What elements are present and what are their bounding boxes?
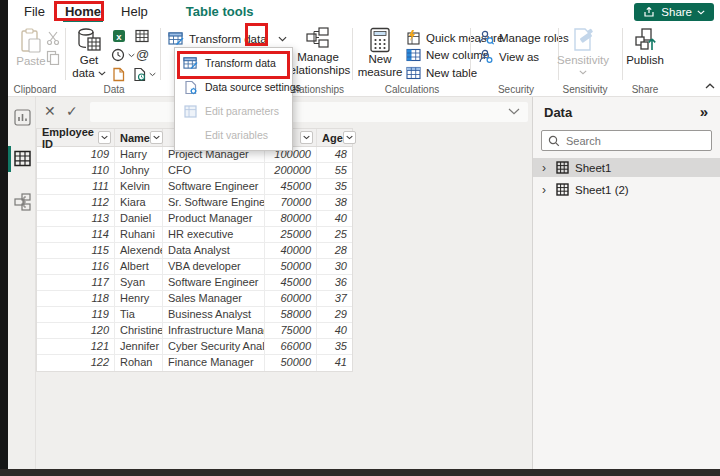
report-view-icon[interactable] — [14, 109, 31, 126]
get-data-button[interactable]: Get data — [70, 27, 108, 80]
table-row[interactable]: 110 Johny CFO 200000 55 — [37, 163, 352, 179]
cell-employee-id: 111 — [37, 179, 115, 194]
window-bottom-edge — [0, 469, 720, 476]
menu-item-transform-data[interactable]: Transform data — [175, 51, 292, 75]
commit-icon[interactable]: ✓ — [66, 103, 78, 119]
paste-label: Paste — [16, 55, 45, 68]
filter-icon[interactable] — [300, 131, 313, 144]
table-row[interactable]: 113 Daniel Product Manager 80000 40 — [37, 211, 352, 227]
table-row[interactable]: 119 Tia Business Analyst 58000 29 — [37, 307, 352, 323]
share-button[interactable]: Share — [634, 3, 714, 21]
view-as-button[interactable]: View as — [478, 49, 539, 64]
cell-name: Harry — [115, 147, 163, 162]
table-row[interactable]: 111 Kelvin Software Engineer 45000 35 — [37, 179, 352, 195]
cell-age: 29 — [317, 307, 352, 322]
model-view-icon[interactable] — [14, 193, 31, 210]
excel-icon[interactable]: x — [112, 29, 126, 43]
table-row[interactable]: 122 Rohan Finance Manager 50000 41 — [37, 355, 352, 371]
tab-home[interactable]: Home — [55, 0, 111, 23]
table-body: 109 Harry Project Manager 100000 48 110 … — [37, 147, 352, 371]
cut-icon — [46, 31, 60, 45]
group-label-data: Data — [103, 84, 124, 95]
manage-relationships-label-2: relationships — [286, 64, 351, 77]
data-panel: Data » › Sheet1 › Sheet1 (2) — [532, 97, 720, 469]
cell-age: 41 — [317, 355, 352, 371]
cell-salary: 40000 — [265, 243, 317, 258]
view-as-label: View as — [499, 51, 539, 63]
cell-designation: Business Analyst — [163, 307, 265, 322]
table-row[interactable]: 121 Jennifer Cyber Security Analyst 6600… — [37, 339, 352, 355]
cell-name: Ruhani — [115, 227, 163, 242]
manage-roles-button[interactable]: Manage roles — [478, 30, 569, 45]
cell-salary: 75000 — [265, 323, 317, 338]
cell-employee-id: 120 — [37, 323, 115, 338]
cell-age: 37 — [317, 291, 352, 306]
onelake-hub-icon[interactable] — [111, 48, 135, 62]
manage-relationships-button[interactable]: Manage relationships — [290, 27, 346, 77]
tree-item-sheet1[interactable]: › Sheet1 — [533, 158, 720, 177]
formula-input[interactable] — [90, 102, 528, 122]
app-tab-bar: File Home Help Table tools Share — [8, 0, 720, 23]
cell-designation: Infrastructure Manager — [163, 323, 265, 338]
filter-icon[interactable] — [343, 131, 356, 144]
cell-name: Kiara — [115, 195, 163, 210]
table-row[interactable]: 112 Kiara Sr. Software Engineer 70000 38 — [37, 195, 352, 211]
column-header-employee-id[interactable]: Employee ID — [37, 129, 115, 146]
collapse-panel-icon[interactable]: » — [700, 103, 708, 120]
cell-age: 48 — [317, 147, 352, 162]
chevron-right-icon[interactable]: › — [542, 161, 550, 175]
chevron-right-icon[interactable]: › — [542, 183, 550, 197]
relationships-icon — [305, 27, 331, 51]
enter-data-icon[interactable] — [112, 67, 125, 82]
tab-help[interactable]: Help — [111, 0, 158, 23]
group-label-security: Security — [498, 84, 534, 95]
dataverse-icon[interactable]: @ — [136, 47, 149, 62]
column-header-name[interactable]: Name — [115, 129, 163, 146]
dataset-table-icon[interactable] — [135, 29, 149, 43]
cell-name: Henry — [115, 291, 163, 306]
new-table-button[interactable]: New table — [406, 66, 477, 80]
search-input[interactable] — [566, 135, 686, 147]
transform-data-dropdown-button[interactable]: Transform data — [168, 31, 287, 46]
cell-salary: 45000 — [265, 179, 317, 194]
search-box[interactable] — [541, 130, 712, 151]
cancel-icon[interactable]: ✕ — [44, 103, 56, 119]
formula-expand-icon[interactable] — [508, 108, 520, 115]
cell-designation: HR executive — [163, 227, 265, 242]
table-row[interactable]: 116 Albert VBA developer 50000 30 — [37, 259, 352, 275]
filter-icon[interactable] — [150, 131, 163, 144]
cell-age: 25 — [317, 227, 352, 242]
table-row[interactable]: 115 Alexender Data Analyst 40000 28 — [37, 243, 352, 259]
ribbon: Paste Clipboard Get data x @ — [8, 23, 720, 97]
new-column-button[interactable]: New column — [406, 48, 489, 62]
cell-name: Tia — [115, 307, 163, 322]
tab-table-tools[interactable]: Table tools — [176, 0, 264, 23]
table-row[interactable]: 117 Syan Software Engineer 45000 36 — [37, 275, 352, 291]
data-grid: Employee ID Name Age 109 Harry Project M… — [36, 128, 353, 372]
cell-name: Kelvin — [115, 179, 163, 194]
tree-item-sheet1-2[interactable]: › Sheet1 (2) — [533, 180, 720, 199]
cell-salary: 50000 — [265, 259, 317, 274]
cell-age: 40 — [317, 323, 352, 338]
table-row[interactable]: 118 Henry Sales Manager 60000 37 — [37, 291, 352, 307]
database-icon — [75, 27, 103, 54]
publish-button[interactable]: Publish — [624, 26, 666, 67]
tab-file[interactable]: File — [14, 0, 55, 23]
cell-age: 36 — [317, 275, 352, 290]
publish-icon — [632, 26, 658, 54]
menu-item-data-source-settings[interactable]: Data source settings — [175, 75, 292, 99]
chevron-down-icon — [278, 36, 287, 42]
transform-data-label: Transform data — [189, 33, 267, 45]
table-icon — [556, 183, 569, 196]
column-header-age[interactable]: Age — [317, 129, 352, 146]
new-measure-label-2: measure — [358, 66, 403, 79]
new-measure-button[interactable]: New measure — [358, 27, 402, 79]
collapse-ribbon-icon[interactable] — [705, 83, 715, 89]
recent-sources-icon[interactable] — [133, 67, 156, 82]
filter-icon[interactable] — [98, 131, 111, 144]
chevron-down-icon — [128, 53, 135, 58]
table-view-icon[interactable] — [14, 150, 31, 167]
group-label-clipboard: Clipboard — [14, 84, 57, 95]
table-row[interactable]: 114 Ruhani HR executive 25000 25 — [37, 227, 352, 243]
table-row[interactable]: 120 Christine Infrastructure Manager 750… — [37, 323, 352, 339]
